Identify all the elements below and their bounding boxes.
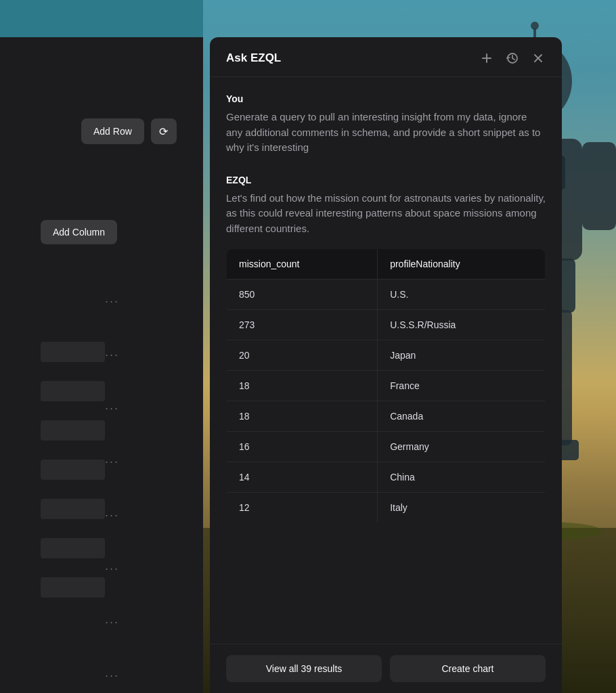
left-row-block-2: [41, 381, 105, 401]
cell-nationality: Canada: [378, 401, 546, 432]
cell-mission-count: 18: [227, 371, 378, 401]
table-row: 18France: [227, 371, 546, 401]
cell-nationality: U.S.: [378, 280, 546, 310]
table-row: 14China: [227, 462, 546, 493]
left-row-block-1: [41, 342, 105, 362]
left-row-block-5: [41, 499, 105, 519]
history-icon: [506, 52, 519, 64]
table-row: 20Japan: [227, 340, 546, 371]
cell-nationality: Japan: [378, 340, 546, 371]
row-ellipsis-7[interactable]: ···: [105, 615, 119, 629]
dialog-body: You Generate a query to pull an interest…: [210, 77, 562, 644]
results-table: mission_count profileNationality 850U.S.…: [226, 248, 546, 523]
row-ellipsis-4[interactable]: ···: [105, 455, 119, 469]
toolbar-row: Add Row ⟳: [81, 118, 177, 144]
left-row-block-3: [41, 420, 105, 441]
view-results-button[interactable]: View all 39 results: [226, 655, 382, 682]
cell-nationality: France: [378, 371, 546, 401]
create-chart-button[interactable]: Create chart: [390, 655, 546, 682]
left-row-block-4: [41, 460, 105, 480]
cell-nationality: Germany: [378, 432, 546, 462]
cell-mission-count: 273: [227, 310, 378, 340]
cell-nationality: U.S.S.R/Russia: [378, 310, 546, 340]
ezql-text: Let's find out how the mission count for…: [226, 191, 546, 237]
row-ellipsis-2[interactable]: ···: [105, 348, 119, 362]
you-section: You Generate a query to pull an interest…: [226, 93, 546, 156]
table-row: 18Canada: [227, 401, 546, 432]
col-nationality: profileNationality: [378, 249, 546, 280]
ezql-label: EZQL: [226, 175, 546, 185]
table-row: 12Italy: [227, 493, 546, 523]
left-row-block-6: [41, 538, 105, 558]
cell-mission-count: 16: [227, 432, 378, 462]
header-actions: [479, 51, 546, 66]
left-panel: Add Row ⟳ Add Column ··· ··· ··· ··· ···…: [0, 37, 203, 693]
dialog-panel: Ask EZQL: [210, 37, 562, 693]
you-label: You: [226, 93, 546, 104]
ellipsis-rows: ··· ··· ··· ··· ··· ··· ··· ···: [105, 294, 119, 683]
dialog-footer: View all 39 results Create chart: [210, 644, 562, 693]
cell-mission-count: 20: [227, 340, 378, 371]
plus-icon: [481, 52, 493, 64]
cell-nationality: China: [378, 462, 546, 493]
cell-mission-count: 850: [227, 280, 378, 310]
left-row-block-7: [41, 577, 105, 598]
close-button[interactable]: [531, 51, 546, 66]
add-column-button[interactable]: Add Column: [41, 220, 117, 244]
cell-mission-count: 14: [227, 462, 378, 493]
cell-mission-count: 12: [227, 493, 378, 523]
refresh-icon: ⟳: [159, 125, 168, 138]
row-ellipsis-6[interactable]: ···: [105, 562, 119, 576]
dialog-header: Ask EZQL: [210, 37, 562, 77]
row-ellipsis-3[interactable]: ···: [105, 401, 119, 416]
history-button[interactable]: [505, 51, 520, 66]
cell-mission-count: 18: [227, 401, 378, 432]
dialog-title: Ask EZQL: [226, 51, 281, 65]
you-text: Generate a query to pull an interesting …: [226, 110, 546, 156]
row-ellipsis-1[interactable]: ···: [105, 294, 119, 309]
col-mission-count: mission_count: [227, 249, 378, 280]
add-button[interactable]: [479, 51, 494, 66]
table-row: 16Germany: [227, 432, 546, 462]
ezql-section: EZQL Let's find out how the mission coun…: [226, 175, 546, 524]
table-row: 850U.S.: [227, 280, 546, 310]
row-ellipsis-5[interactable]: ···: [105, 508, 119, 522]
row-ellipsis-8[interactable]: ···: [105, 669, 119, 683]
add-row-button[interactable]: Add Row: [81, 118, 144, 144]
close-icon: [532, 52, 544, 64]
refresh-button[interactable]: ⟳: [151, 118, 177, 144]
table-row: 273U.S.S.R/Russia: [227, 310, 546, 340]
cell-nationality: Italy: [378, 493, 546, 523]
